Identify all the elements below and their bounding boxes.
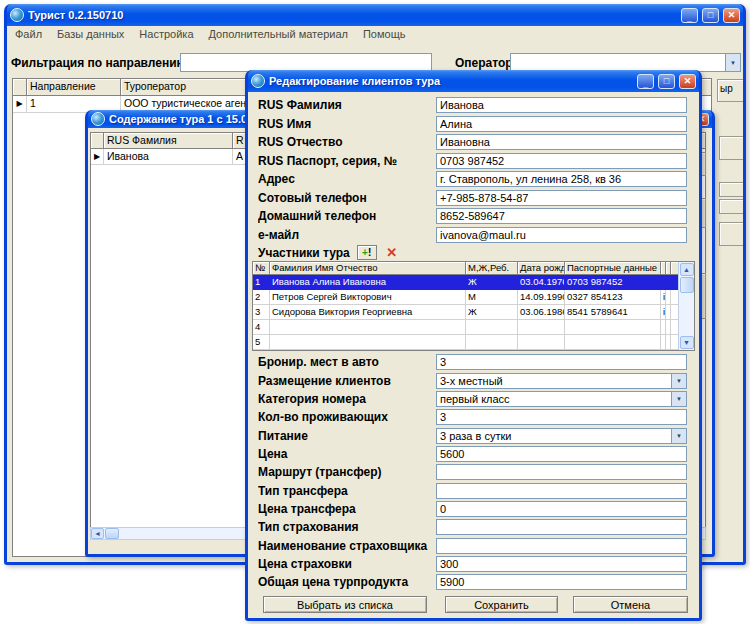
vertical-scrollbar[interactable]: ▲ ▼ (678, 262, 694, 350)
app-globe-icon (251, 74, 265, 88)
chevron-down-icon[interactable]: ▼ (671, 374, 686, 388)
column-birthdate[interactable]: Дата рожде (518, 262, 565, 275)
total-price-field[interactable] (436, 574, 687, 590)
edit-clients-dialog: Редактирование клиентов тура _ □ ✕ RUS Ф… (245, 70, 702, 621)
close-button[interactable]: ✕ (679, 74, 696, 89)
participant-row[interactable]: 3 Сидорова Виктория Георгиевна Ж 03.06.1… (253, 305, 678, 320)
meals-label: Питание (258, 429, 436, 443)
column-fio[interactable]: Фамилия Имя Отчество (270, 262, 466, 275)
price-field[interactable] (436, 446, 687, 462)
row-marker-icon: ▶ (91, 149, 104, 165)
chevron-down-icon[interactable]: ▼ (671, 429, 686, 443)
menu-extra-material[interactable]: Дополнительный материал (209, 28, 348, 41)
transfer-route-label: Маршрут (трансфер) (258, 465, 436, 479)
row-selector-header (13, 79, 27, 96)
transfer-price-label: Цена трансфера (258, 502, 436, 516)
menu-file[interactable]: Файл (15, 28, 42, 41)
price-label: Цена (258, 447, 436, 461)
total-price-label: Общая цена турпродукта (258, 575, 436, 589)
chevron-down-icon[interactable]: ▼ (671, 392, 686, 406)
app-globe-icon (91, 112, 105, 126)
participant-row[interactable]: 5 (253, 335, 678, 350)
maximize-button[interactable]: □ (702, 8, 719, 23)
main-titlebar[interactable]: Турист 0.2.150710 _ □ ✕ (7, 4, 743, 26)
scroll-up-icon[interactable]: ▲ (680, 263, 694, 276)
transfer-type-label: Тип трансфера (258, 484, 436, 498)
rus-firstname-field[interactable] (436, 116, 687, 132)
bus-seats-label: Бронир. мест в авто (258, 355, 436, 369)
room-category-select[interactable]: первый класс▼ (436, 391, 687, 407)
rus-patronymic-field[interactable] (436, 134, 687, 150)
cancel-button[interactable]: Отмена (573, 596, 688, 613)
minimize-button[interactable]: _ (637, 74, 654, 89)
column-direction[interactable]: Направление (27, 79, 121, 96)
rus-passport-field[interactable] (436, 153, 687, 169)
address-label: Адрес (258, 172, 436, 186)
column-rus-surname[interactable]: RUS Фамилия (104, 133, 233, 149)
side-button-fragment[interactable] (719, 222, 743, 246)
dialog-buttons: Выбрать из списка Сохранить Отмена (248, 596, 699, 613)
minimize-button[interactable]: _ (681, 8, 698, 23)
dialog-title: Редактирование клиентов тура (269, 75, 633, 87)
row-marker-icon: ▶ (13, 96, 27, 113)
address-field[interactable] (436, 171, 687, 187)
menu-help[interactable]: Помощь (363, 28, 406, 41)
mobile-phone-label: Сотовый телефон (258, 191, 436, 205)
menu-databases[interactable]: Базы данных (57, 28, 124, 41)
insurer-name-label: Наименование страховщика (258, 539, 436, 553)
participant-row[interactable]: 4 (253, 320, 678, 335)
side-button-fragment[interactable] (719, 182, 743, 197)
participants-header: № Фамилия Имя Отчество М,Ж,Реб. Дата рож… (253, 262, 678, 275)
participants-bar: Участники тура +! ✕ (248, 244, 699, 261)
accommodation-select[interactable]: 3-х местный▼ (436, 373, 687, 389)
scroll-down-icon[interactable]: ▼ (680, 336, 694, 349)
transfer-type-field[interactable] (436, 483, 687, 499)
insurance-price-label: Цена страховки (258, 557, 436, 571)
scrollbar-thumb[interactable] (680, 277, 694, 293)
maximize-button[interactable]: □ (658, 74, 675, 89)
menu-bar: Файл Базы данных Настройка Дополнительны… (7, 26, 743, 43)
email-field[interactable] (436, 227, 687, 243)
mobile-phone-field[interactable] (436, 190, 687, 206)
column-passport[interactable]: Паспортные данные (565, 262, 661, 275)
rus-passport-label: RUS Паспорт, серия, № (258, 154, 436, 168)
meals-select[interactable]: 3 раза в сутки▼ (436, 428, 687, 444)
side-button-fragment[interactable]: ыр (717, 79, 743, 102)
side-button-fragment[interactable] (719, 199, 743, 214)
bus-seats-field[interactable] (436, 354, 687, 370)
occupants-count-field[interactable] (436, 409, 687, 425)
participants-label: Участники тура (258, 246, 350, 260)
participant-row[interactable]: 2 Петров Сергей Викторович М 14.09.1990 … (253, 290, 678, 305)
insurance-type-field[interactable] (436, 519, 687, 535)
close-button[interactable]: ✕ (723, 8, 740, 23)
scrollbar-thumb[interactable] (105, 528, 119, 539)
main-window-title: Турист 0.2.150710 (28, 9, 677, 21)
dialog-titlebar[interactable]: Редактирование клиентов тура _ □ ✕ (248, 70, 699, 92)
occupants-count-label: Кол-во проживающих (258, 410, 436, 424)
column-number[interactable]: № (253, 262, 270, 275)
chevron-down-icon[interactable]: ▼ (725, 54, 740, 71)
transfer-route-field[interactable] (436, 464, 687, 480)
add-participant-button[interactable]: +! (357, 245, 377, 260)
scroll-left-icon[interactable]: ◄ (91, 528, 104, 539)
row-selector-header (91, 133, 104, 149)
dialog-client: RUS Фамилия RUS Имя RUS Отчество RUS Пас… (248, 92, 699, 618)
room-category-label: Категория номера (258, 392, 436, 406)
column-sex[interactable]: М,Ж,Реб. (466, 262, 518, 275)
home-phone-field[interactable] (436, 208, 687, 224)
app-globe-icon (10, 8, 24, 22)
transfer-price-field[interactable] (436, 501, 687, 517)
side-button-fragment[interactable] (719, 136, 743, 160)
rus-surname-field[interactable] (436, 97, 687, 113)
save-button[interactable]: Сохранить (445, 596, 558, 613)
insurance-type-label: Тип страхования (258, 520, 436, 534)
x-icon: ✕ (386, 245, 397, 260)
delete-participant-button[interactable]: ✕ (384, 245, 400, 260)
select-from-list-button[interactable]: Выбрать из списка (263, 596, 427, 613)
filter-by-direction-label: Фильтрация по направлению (11, 56, 187, 70)
insurance-price-field[interactable] (436, 556, 687, 572)
operator-label: Оператор (455, 56, 513, 70)
insurer-name-field[interactable] (436, 538, 687, 554)
participant-row-selected[interactable]: 1 Иванова Алина Ивановна Ж 03.04.1976 07… (253, 275, 678, 290)
menu-settings[interactable]: Настройка (139, 28, 193, 41)
